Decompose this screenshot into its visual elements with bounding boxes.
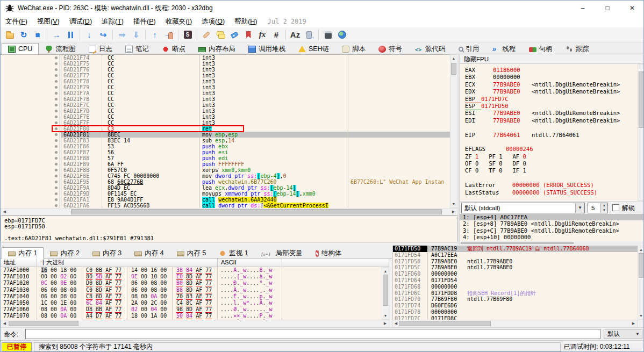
tab-内存布局[interactable]: 内存布局 [192, 43, 242, 54]
maximize-button[interactable]: □ [595, 1, 620, 16]
strings-button[interactable]: Az [288, 28, 302, 42]
menu-item[interactable]: 帮助(H) [230, 16, 262, 27]
breakpoint-dot[interactable] [55, 175, 58, 177]
step-over-button[interactable]: ↪ [96, 28, 110, 42]
dump-row[interactable]: 77AF106008 00 0A 00D8 8B AF 7702 00 04 0… [1, 306, 382, 313]
disasm-row[interactable]: 6AD21F8756push esi [1, 149, 450, 155]
register-value[interactable]: 01186000 [493, 67, 520, 73]
tab-内存 4[interactable]: 内存 4 [128, 247, 170, 258]
disasm-row[interactable]: 6AD21F80C3ret [1, 126, 450, 132]
stack-row[interactable]: 0171FD5877B9ABE0ntdll.77B9ABE0 [393, 258, 638, 265]
breakpoint-dot[interactable] [55, 169, 58, 171]
stack-row[interactable]: 0171FD6000000000 [393, 271, 638, 277]
disasm-row[interactable]: 6AD21F8653push ebx [1, 143, 450, 149]
breakpoint-dot[interactable] [55, 80, 58, 83]
tab-内存 5[interactable]: 内存 5 [170, 247, 212, 258]
disasm-row[interactable]: 6AD21F8857push edi [1, 155, 450, 161]
breakpoint-dot[interactable] [55, 86, 58, 89]
stack-row[interactable]: 0171FD7C0171FD8C [393, 315, 638, 320]
step-into-button[interactable]: ↓ [82, 28, 96, 42]
tab-脚本[interactable]: 脚本 [335, 43, 372, 54]
tab-线程[interactable]: 线程 [486, 43, 523, 54]
hide-fpu-button[interactable]: 隐藏FPU [460, 54, 644, 64]
disasm-row[interactable]: 6AD21F8383EC 14sub esp,14 [1, 138, 450, 143]
breakpoint-dot[interactable] [55, 116, 58, 118]
scroll-down-icon[interactable]: ▼ [638, 312, 644, 319]
disasm-row[interactable]: 6AD21F75CCint3 [1, 61, 450, 67]
tab-跟踪[interactable]: 跟踪 [559, 43, 596, 54]
stack-row[interactable]: 0171FD7800000000 [393, 309, 638, 315]
chevron-down-icon[interactable]: ▼ [575, 203, 584, 213]
comments-button[interactable] [213, 28, 227, 42]
tab-监视 1[interactable]: 监视 1 [212, 247, 254, 258]
argument-row[interactable]: 3: [esp+C] 77B9ABE0 <ntdll.DbgUiRemoteBr… [460, 227, 644, 234]
tab-流程图[interactable]: 流程图 [39, 43, 82, 54]
settings-button[interactable] [181, 28, 195, 42]
dump-header-2[interactable]: ASCII [218, 258, 282, 267]
breakpoint-dot[interactable] [55, 163, 58, 166]
scroll-left-icon[interactable]: ◀ [392, 320, 399, 327]
register-value[interactable]: 77B64061 [493, 132, 520, 138]
dump-header-1[interactable]: 十六进制 [37, 258, 218, 267]
stack-row[interactable]: 0171FD6C0171FDD8指向SEH_Record[1]的指针 [393, 290, 638, 297]
dump-horizontal-scrollbar[interactable]: ◀▶ [1, 320, 389, 327]
disasm-row[interactable]: 6AD21F9D0F1145 ECmovups xmmword ptr ss:[… [1, 191, 450, 197]
breakpoint-dot[interactable] [55, 186, 58, 189]
tab-内存 3[interactable]: 内存 3 [86, 247, 128, 258]
register-value[interactable]: 00000000 (STATUS_SUCCESS) [512, 189, 597, 196]
registers-view[interactable]: EAX01186000EBX00000000ECX77B9ABE0<ntdll.… [460, 64, 638, 201]
spin-down-icon[interactable]: ▼ [601, 208, 607, 213]
disasm-row[interactable]: 6AD21F77CCint3 [1, 73, 450, 78]
disassembly-view[interactable]: 6AD21F74CCint36AD21F75CCint36AD21F76CCin… [1, 54, 450, 208]
menu-item[interactable]: 收藏夹(I) [161, 16, 197, 27]
menu-item[interactable]: 选项(O) [197, 16, 230, 27]
disasm-row[interactable]: 6AD21F896A FFpush FFFFFFFF [1, 161, 450, 167]
open-file-button[interactable] [3, 28, 17, 42]
tab-笔记[interactable]: 笔记 [119, 43, 155, 54]
scroll-right-icon[interactable]: ▶ [450, 209, 457, 215]
bookmarks-button[interactable] [241, 28, 255, 42]
unlock-checkbox[interactable] [612, 204, 619, 211]
calling-convention-select[interactable]: 默认 (stdcall) ▼ [461, 203, 585, 213]
register-value[interactable]: 00000000 (ERROR_SUCCESS) [512, 182, 594, 188]
breakpoint-dot[interactable] [55, 56, 58, 59]
breakpoint-dot[interactable] [55, 139, 58, 142]
menu-item[interactable]: 文件(F) [1, 16, 32, 27]
disasm-row[interactable]: 6AD21F818BECmov ebp,esp [1, 132, 450, 138]
breakpoint-dot[interactable] [55, 74, 58, 77]
disasm-row[interactable]: 6AD21F7ECCint3 [1, 114, 450, 120]
dump-row[interactable]: 77AF101000 00 02 0080 5B AF 770E 00 10 0… [1, 274, 382, 280]
command-input[interactable] [25, 329, 600, 339]
tab-局部变量[interactable]: 局部变量 [255, 247, 309, 258]
scroll-up-icon[interactable]: ▲ [450, 55, 457, 62]
command-profile-select[interactable]: 默认 ▼ [604, 329, 642, 339]
registers-vertical-scrollbar[interactable] [638, 64, 644, 201]
calculator-button[interactable] [321, 28, 335, 42]
scroll-up-icon[interactable]: ▲ [382, 268, 389, 275]
dump-row[interactable]: 77AF10200C 00 0E 00D0 8D AF 7706 00 08 0… [1, 280, 382, 286]
register-value[interactable]: 77B9ABE0 [493, 117, 520, 124]
scroll-left-icon[interactable]: ◀ [1, 209, 8, 215]
breakpoint-dot[interactable] [55, 62, 58, 65]
run-button[interactable]: → [49, 28, 63, 42]
run-to-selection-button[interactable]: ⇒ [115, 28, 129, 42]
breakpoint-dot[interactable] [55, 157, 58, 160]
argument-row[interactable]: 4: [esp+10] 00000000 [460, 234, 644, 240]
arguments-horizontal-scrollbar[interactable] [460, 241, 644, 245]
step-into-swallow-button[interactable]: ⇓ [129, 28, 143, 42]
remote-debug-button[interactable] [302, 28, 316, 42]
register-value[interactable]: 77B9ABE0 [493, 110, 520, 116]
register-value[interactable]: 00000000 [493, 74, 520, 80]
arguments-view[interactable]: 1: [esp+4] A0C17EEA2: [esp+8] 77B9ABE0 <… [460, 214, 644, 241]
menu-item[interactable]: 插件(P) [128, 16, 161, 27]
spin-up-icon[interactable]: ▲ [601, 203, 607, 208]
dump-row[interactable]: 77AF107008 00 0A 00A4 D7 AF 7718 00 1A 0… [1, 313, 382, 319]
register-value[interactable]: 0171FD7C [481, 96, 509, 102]
labels-button[interactable] [227, 28, 241, 42]
disasm-row[interactable]: 6AD21F8B0F57C0xorps xmm0,xmm0 [1, 167, 450, 173]
disasm-row[interactable]: 6AD21F9568 60C2776Bpush wechatwin.6B77C2… [1, 179, 450, 185]
breakpoint-dot[interactable] [55, 192, 58, 195]
breakpoint-dot[interactable] [55, 121, 58, 124]
dump-row[interactable]: 77AF104006 00 08 00C8 8D AF 7708 00 0A 0… [1, 293, 382, 300]
scroll-left-icon[interactable]: ◀ [1, 320, 8, 327]
